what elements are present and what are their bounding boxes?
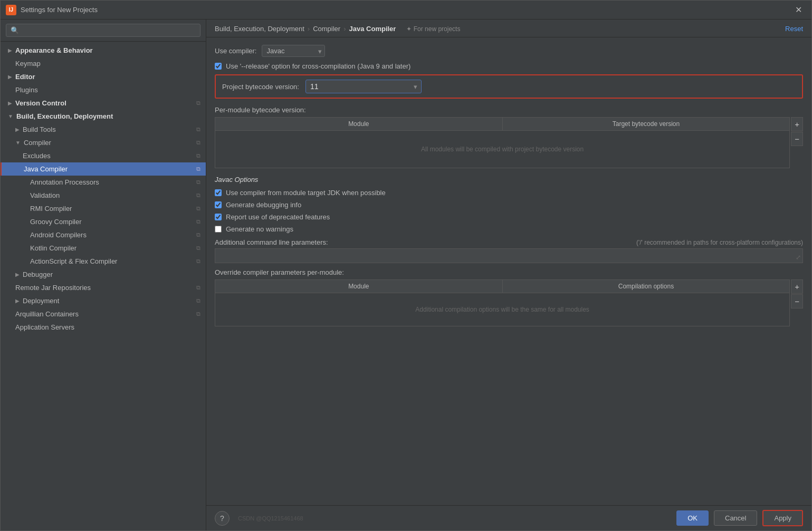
cmd-hint: ('/' recommended in paths for cross-plat… [636, 239, 803, 246]
sidebar-item-build-execution-deployment[interactable]: ▼ Build, Execution, Deployment [1, 110, 206, 123]
copy-icon: ⧉ [196, 311, 200, 317]
close-button[interactable]: ✕ [791, 3, 806, 17]
expand-arrow: ▶ [8, 47, 12, 53]
override-label: Override compiler parameters per-module: [215, 268, 344, 276]
generate-debugging-checkbox[interactable] [215, 201, 222, 208]
sidebar-item-label: Kotlin Compiler [30, 244, 77, 252]
remove-override-btn[interactable]: − [791, 294, 803, 308]
title-bar: IJ Settings for New Projects ✕ [1, 1, 811, 20]
sidebar-item-label: Compiler [24, 139, 51, 147]
sidebar-item-label: Keymap [15, 60, 41, 67]
copy-icon: ⧉ [196, 284, 200, 291]
copy-icon: ⧉ [196, 258, 200, 265]
report-deprecated-label: Report use of deprecated features [226, 213, 330, 221]
sidebar-item-label: Deployment [23, 297, 59, 305]
breadcrumb-compiler: Compiler [313, 25, 340, 33]
cmd-input-wrapper: ⤢ [215, 248, 803, 263]
add-override-btn[interactable]: + [791, 279, 803, 294]
main-panel: Build, Execution, Deployment › Compiler … [206, 20, 811, 530]
per-module-table-actions: + − [791, 117, 803, 147]
sidebar-item-kotlin-compiler[interactable]: Kotlin Compiler ⧉ [1, 242, 206, 255]
cross-compile-row: Use '--release' option for cross-compila… [215, 62, 803, 70]
breadcrumb: Build, Execution, Deployment › Compiler … [215, 25, 396, 33]
remove-module-btn[interactable]: − [791, 132, 803, 146]
javac-options-section: Javac Options Use compiler from module t… [215, 176, 803, 233]
override-table-row: Module Compilation options Additional co… [215, 279, 803, 326]
sidebar-item-appearance-behavior[interactable]: ▶ Appearance & Behavior [1, 44, 206, 57]
per-module-table-header: Module Target bytecode version [215, 118, 789, 131]
generate-no-warnings-label: Generate no warnings [226, 225, 293, 233]
sidebar-item-label: Build Tools [23, 125, 56, 133]
breadcrumb-sep1: › [308, 25, 310, 33]
sidebar-item-label: Application Servers [15, 323, 74, 331]
search-input[interactable] [6, 24, 200, 37]
ok-button[interactable]: OK [676, 510, 709, 526]
apply-button[interactable]: Apply [762, 510, 803, 526]
cross-compile-checkbox[interactable] [215, 63, 222, 70]
sidebar-item-java-compiler[interactable]: Java Compiler ⧉ [1, 162, 206, 176]
sidebar-item-excludes[interactable]: Excludes ⧉ [1, 149, 206, 162]
sidebar-item-android-compilers[interactable]: Android Compilers ⧉ [1, 228, 206, 242]
sidebar-item-label: Groovy Compiler [30, 218, 82, 226]
per-module-table: Module Target bytecode version All modul… [215, 117, 790, 168]
per-module-label-row: Per-module bytecode version: [215, 106, 803, 114]
sidebar-item-application-servers[interactable]: Application Servers [1, 321, 206, 334]
sidebar-item-label: Java Compiler [24, 165, 68, 173]
cmd-input[interactable] [215, 248, 803, 263]
sidebar-item-debugger[interactable]: ▶ Debugger [1, 268, 206, 281]
sidebar-item-rmi-compiler[interactable]: RMI Compiler ⧉ [1, 202, 206, 215]
add-module-btn[interactable]: + [791, 117, 803, 131]
sidebar-item-label: Appearance & Behavior [15, 46, 93, 54]
javac-checkbox-use-compiler: Use compiler from module target JDK when… [215, 189, 803, 197]
copy-icon: ⧉ [196, 218, 200, 225]
sidebar-item-arquillian-containers[interactable]: Arquillian Containers ⧉ [1, 307, 206, 321]
bottom-left: ? CSDN @QQ1215461468 [215, 511, 308, 526]
cancel-button[interactable]: Cancel [714, 510, 757, 526]
generate-no-warnings-checkbox[interactable] [215, 226, 222, 233]
use-compiler-row: Use compiler: Javac Eclipse Ajc [215, 45, 803, 57]
bytecode-select[interactable]: 11 8 9 10 12 13 14 [305, 80, 422, 93]
bytecode-label: Project bytecode version: [222, 83, 299, 91]
sidebar-item-actionscript-flex[interactable]: ActionScript & Flex Compiler ⧉ [1, 255, 206, 268]
sidebar-item-label: Plugins [15, 86, 38, 94]
sidebar-item-keymap[interactable]: Keymap [1, 57, 206, 70]
compiler-select[interactable]: Javac Eclipse Ajc [262, 45, 325, 57]
copy-icon: ⧉ [196, 231, 200, 238]
cmd-params-section: Additional command line parameters: ('/'… [215, 238, 803, 263]
override-options-col: Compilation options [503, 280, 790, 293]
cmd-params-header: Additional command line parameters: ('/'… [215, 238, 803, 246]
sidebar-item-label: Excludes [23, 152, 51, 160]
sidebar-item-groovy-compiler[interactable]: Groovy Compiler ⧉ [1, 215, 206, 228]
copy-icon: ⧉ [196, 205, 200, 212]
override-table-header: Module Compilation options [215, 280, 789, 293]
expand-arrow: ▶ [8, 74, 12, 80]
override-label-row: Override compiler parameters per-module: [215, 268, 803, 276]
sidebar-item-annotation-processors[interactable]: Annotation Processors ⧉ [1, 176, 206, 189]
cmd-expand-icon: ⤢ [796, 254, 801, 261]
window-title: Settings for New Projects [21, 6, 791, 14]
report-deprecated-checkbox[interactable] [215, 214, 222, 220]
sidebar-item-compiler[interactable]: ▼ Compiler ⧉ [1, 136, 206, 149]
search-box [1, 20, 206, 42]
help-button[interactable]: ? [215, 511, 230, 526]
sidebar-item-deployment[interactable]: ▶ Deployment ⧉ [1, 294, 206, 307]
use-compiler-label: Use compiler: [215, 47, 256, 55]
sidebar-item-plugins[interactable]: Plugins [1, 83, 206, 96]
sidebar-item-label: Remote Jar Repositories [15, 284, 91, 292]
sidebar-item-editor[interactable]: ▶ Editor [1, 70, 206, 83]
copy-icon: ⧉ [196, 179, 200, 186]
copy-icon: ⧉ [196, 126, 200, 133]
generate-debugging-label: Generate debugging info [226, 201, 301, 209]
reset-button[interactable]: Reset [785, 25, 803, 33]
sidebar-item-build-tools[interactable]: ▶ Build Tools ⧉ [1, 123, 206, 136]
per-module-label: Per-module bytecode version: [215, 106, 306, 114]
copy-icon: ⧉ [196, 192, 200, 199]
use-compiler-module-checkbox[interactable] [215, 189, 222, 196]
sidebar-item-validation[interactable]: Validation ⧉ [1, 189, 206, 202]
expand-arrow: ▼ [8, 113, 13, 119]
sidebar-item-remote-jar-repositories[interactable]: Remote Jar Repositories ⧉ [1, 281, 206, 294]
javac-checkbox-deprecated: Report use of deprecated features [215, 213, 803, 221]
breadcrumb-sep2: › [343, 25, 346, 33]
sidebar-item-version-control[interactable]: ▶ Version Control ⧉ [1, 96, 206, 110]
expand-arrow: ▶ [8, 100, 12, 106]
